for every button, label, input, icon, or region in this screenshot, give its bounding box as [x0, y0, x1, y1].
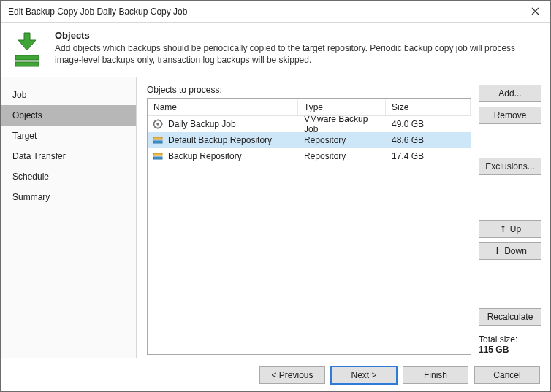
recalculate-button[interactable]: Recalculate	[479, 308, 542, 326]
list-rows: Daily Backup Job VMware Backup Job 49.0 …	[148, 116, 471, 354]
button-label: Add...	[498, 88, 521, 99]
objects-list: Name Type Size Daily Backup Job	[147, 98, 471, 355]
previous-button[interactable]: < Previous	[259, 366, 325, 384]
banner-description: Add objects which backups should be peri…	[55, 42, 539, 66]
spacer	[479, 180, 542, 216]
footer: < Previous Next > Finish Cancel	[1, 358, 550, 391]
banner-text: Objects Add objects which backups should…	[55, 30, 539, 68]
up-button[interactable]: 🠕Up	[479, 220, 542, 238]
svg-point-3	[156, 123, 159, 126]
repo-icon	[152, 150, 164, 162]
cell-type: VMware Backup Job	[298, 116, 386, 134]
sidebar-item-label: Job	[12, 90, 26, 100]
sidebar-item-schedule[interactable]: Schedule	[1, 166, 136, 187]
add-button[interactable]: Add...	[479, 85, 542, 102]
center-column: Objects to process: Name Type Size	[147, 85, 471, 355]
window-title: Edit Backup Copy Job Daily Backup Copy J…	[8, 7, 520, 17]
button-label: Recalculate	[487, 312, 533, 322]
sidebar-item-data-transfer[interactable]: Data Transfer	[1, 146, 136, 166]
sidebar-item-job[interactable]: Job	[1, 85, 136, 105]
cell-size: 17.4 GB	[386, 151, 471, 161]
banner-title: Objects	[55, 30, 539, 41]
main: Objects to process: Name Type Size	[137, 77, 550, 358]
close-icon	[531, 7, 539, 15]
svg-rect-13	[153, 141, 162, 143]
svg-line-8	[155, 121, 156, 122]
disk-bars-icon	[14, 55, 40, 68]
cell-type: Repository	[298, 151, 386, 161]
total-size: Total size: 115 GB	[479, 334, 542, 355]
svg-rect-1	[15, 62, 39, 66]
banner: Objects Add objects which backups should…	[1, 23, 550, 77]
sidebar-item-label: Target	[12, 131, 37, 141]
section-label: Objects to process:	[147, 85, 471, 95]
close-button[interactable]	[520, 1, 550, 23]
button-label: Up	[510, 224, 521, 234]
button-label: < Previous	[271, 370, 313, 380]
sidebar-item-label: Objects	[12, 110, 42, 120]
sidebar-item-label: Data Transfer	[12, 151, 66, 161]
table-row[interactable]: Default Backup Repository Repository 48.…	[148, 132, 471, 148]
cell-name: Daily Backup Job	[168, 119, 236, 129]
cell-size: 48.6 GB	[386, 135, 471, 145]
sidebar-item-label: Summary	[12, 192, 50, 202]
repo-default-icon	[152, 134, 164, 146]
dialog-window: Edit Backup Copy Job Daily Backup Copy J…	[0, 0, 551, 392]
button-label: Finish	[424, 370, 447, 380]
table-row[interactable]: Backup Repository Repository 17.4 GB	[148, 148, 471, 164]
arrow-up-icon: 🠕	[499, 226, 507, 234]
svg-line-11	[155, 126, 156, 127]
body: Job Objects Target Data Transfer Schedul…	[1, 77, 550, 358]
download-arrow-icon	[14, 31, 40, 52]
finish-button[interactable]: Finish	[403, 366, 468, 384]
list-header: Name Type Size	[148, 99, 471, 116]
svg-line-10	[160, 121, 161, 122]
spacer	[479, 264, 542, 304]
title-bar: Edit Backup Copy Job Daily Backup Copy J…	[1, 1, 550, 23]
down-button[interactable]: 🠗Down	[479, 242, 542, 260]
svg-rect-0	[15, 55, 39, 60]
cell-name: Backup Repository	[168, 151, 242, 161]
svg-rect-15	[153, 157, 162, 159]
total-size-value: 115 GB	[479, 345, 542, 355]
column-header-size[interactable]: Size	[386, 99, 471, 115]
table-row[interactable]: Daily Backup Job VMware Backup Job 49.0 …	[148, 116, 471, 132]
button-label: Down	[504, 246, 527, 256]
sidebar-item-summary[interactable]: Summary	[1, 187, 136, 207]
remove-button[interactable]: Remove	[479, 107, 542, 124]
column-header-type[interactable]: Type	[298, 99, 386, 115]
exclusions-button[interactable]: Exclusions...	[479, 158, 542, 175]
sidebar: Job Objects Target Data Transfer Schedul…	[1, 77, 137, 358]
cell-size: 49.0 GB	[386, 119, 471, 129]
sidebar-item-objects[interactable]: Objects	[1, 105, 136, 126]
sidebar-item-target[interactable]: Target	[1, 126, 136, 146]
spacer	[479, 128, 542, 153]
banner-icon	[11, 31, 43, 68]
total-size-label: Total size:	[479, 334, 542, 345]
button-label: Cancel	[493, 370, 520, 380]
svg-line-9	[160, 126, 161, 127]
gear-icon	[152, 118, 164, 130]
arrow-down-icon: 🠗	[493, 247, 501, 255]
button-label: Exclusions...	[485, 161, 534, 172]
cancel-button[interactable]: Cancel	[474, 366, 540, 384]
svg-rect-12	[153, 137, 162, 139]
button-label: Remove	[494, 110, 527, 120]
column-header-name[interactable]: Name	[148, 99, 298, 115]
button-label: Next >	[351, 370, 376, 380]
button-rail: Add... Remove Exclusions... 🠕Up 🠗Down Re…	[479, 85, 542, 355]
next-button[interactable]: Next >	[331, 366, 397, 384]
sidebar-item-label: Schedule	[12, 172, 49, 182]
cell-name: Default Backup Repository	[168, 135, 272, 145]
cell-type: Repository	[298, 135, 386, 145]
svg-rect-14	[153, 153, 162, 155]
